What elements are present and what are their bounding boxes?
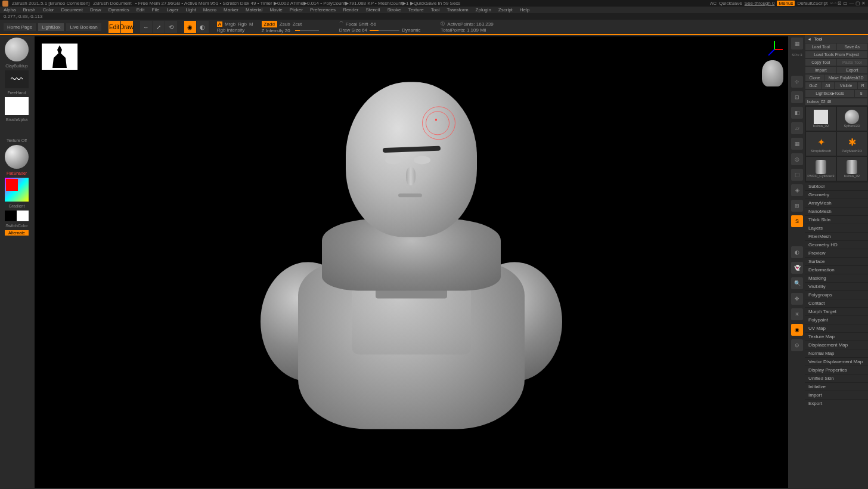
- xpose-icon[interactable]: ◈: [791, 184, 803, 196]
- viewport-canvas[interactable]: [35, 36, 788, 488]
- gradient-label[interactable]: Gradient: [9, 204, 25, 208]
- lightbox-button[interactable]: LightBox: [38, 23, 64, 31]
- makepm-button[interactable]: Make PolyMesh3D: [824, 75, 867, 81]
- menu-picker[interactable]: Picker: [290, 7, 303, 13]
- default-script[interactable]: DefaultZScript: [797, 1, 827, 6]
- draw-button[interactable]: Draw: [121, 21, 133, 33]
- spix-label[interactable]: SPix 3: [792, 53, 802, 57]
- goz-button[interactable]: GoZ: [805, 82, 821, 89]
- palette-export[interactable]: Export: [805, 399, 868, 407]
- tool-polymesh3d[interactable]: ✱PolyMesh3D: [837, 132, 867, 156]
- goz-all-button[interactable]: All: [822, 82, 834, 89]
- draw-size[interactable]: Draw Size 64: [339, 27, 368, 33]
- menu-help[interactable]: Help: [520, 7, 529, 13]
- persp-icon[interactable]: ▱: [791, 122, 803, 134]
- palette-nanomesh[interactable]: NanoMesh: [805, 207, 868, 215]
- menu-edit[interactable]: Edit: [137, 7, 145, 13]
- loadproject-button[interactable]: Load Tools From Project: [805, 51, 867, 58]
- z-intensity[interactable]: Z Intensity 20: [262, 28, 290, 33]
- stroke-thumb[interactable]: 〰: [5, 70, 29, 88]
- tool-header[interactable]: Tool: [805, 35, 868, 43]
- palette-subtool[interactable]: Subtool: [805, 182, 868, 190]
- copytool-button[interactable]: Copy Tool: [805, 59, 836, 66]
- texture-label[interactable]: Texture Off: [7, 138, 27, 143]
- menu-dynamics[interactable]: Dynamics: [108, 7, 129, 13]
- menu-zscript[interactable]: Zscript: [498, 7, 513, 13]
- palette-preview[interactable]: Preview: [805, 249, 868, 257]
- palette-import[interactable]: Import: [805, 391, 868, 399]
- palette-geometry[interactable]: Geometry: [805, 190, 868, 199]
- menu-brush[interactable]: Brush: [23, 7, 35, 13]
- a-toggle[interactable]: A: [217, 21, 222, 27]
- palette-layers[interactable]: Layers: [805, 224, 868, 232]
- rgb-toggle[interactable]: Rgb: [238, 21, 247, 27]
- lasso-icon[interactable]: ⊙: [791, 339, 803, 351]
- clone-button[interactable]: Clone: [805, 75, 824, 81]
- menu-light[interactable]: Light: [185, 7, 196, 13]
- tool-bulma[interactable]: bulma_02: [806, 107, 836, 131]
- lightbox-tools-button[interactable]: Lightbox▶Tools: [805, 90, 854, 97]
- menu-alpha[interactable]: Alpha: [4, 7, 16, 13]
- local-icon[interactable]: ◎: [791, 153, 803, 165]
- palette-uvmap[interactable]: UV Map: [805, 324, 868, 332]
- alternate-button[interactable]: Alternate: [5, 230, 29, 236]
- alpha-thumb[interactable]: [5, 97, 29, 115]
- tool-cylinder[interactable]: PM3D_Cylinder3: [806, 157, 836, 181]
- tool-name-label[interactable]: bulma_02 48: [805, 98, 867, 105]
- color-picker[interactable]: [5, 178, 29, 202]
- swatch-white[interactable]: [17, 211, 29, 221]
- polyframe-icon[interactable]: ⊞: [791, 200, 803, 212]
- menu-zplugin[interactable]: Zplugin: [476, 7, 491, 13]
- menu-draw[interactable]: Draw: [90, 7, 101, 13]
- palette-masking[interactable]: Masking: [805, 274, 868, 282]
- zadd-toggle[interactable]: Zadd: [262, 21, 277, 27]
- import-button[interactable]: Import: [805, 67, 836, 73]
- liveboolean-button[interactable]: Live Boolean: [66, 23, 101, 31]
- palette-displacementmap[interactable]: Displacement Map: [805, 341, 868, 349]
- move-icon[interactable]: ✥: [791, 293, 803, 305]
- goz-visible-button[interactable]: Visible: [835, 82, 858, 89]
- palette-texturemap[interactable]: Texture Map: [805, 332, 868, 341]
- menu-preferences[interactable]: Preferences: [310, 7, 336, 13]
- palette-thickskin[interactable]: Thick Skin: [805, 215, 868, 224]
- palette-normalmap[interactable]: Normal Map: [805, 349, 868, 357]
- palette-surface[interactable]: Surface: [805, 257, 868, 265]
- edit-button[interactable]: Edit: [108, 21, 120, 33]
- menu-material[interactable]: Material: [246, 7, 262, 13]
- palette-arraymesh[interactable]: ArrayMesh: [805, 199, 868, 207]
- sculptris-icon[interactable]: ◉: [184, 21, 196, 33]
- menu-tool[interactable]: Tool: [431, 7, 440, 13]
- window-icons[interactable]: ◦◦ ▫ ⊡ ▭ — ▢ ✕: [830, 1, 866, 6]
- menu-transform[interactable]: Transform: [447, 7, 468, 13]
- menu-macro[interactable]: Macro: [203, 7, 216, 13]
- floor-icon[interactable]: ▦: [791, 138, 803, 150]
- scroll-icon[interactable]: ⊹: [791, 76, 803, 88]
- menu-color[interactable]: Color: [42, 7, 54, 13]
- switch-label[interactable]: SwitchColor: [5, 224, 27, 228]
- menu-stencil[interactable]: Stencil: [365, 7, 380, 13]
- palette-unifiedskin[interactable]: Unified Skin: [805, 374, 868, 382]
- aahalf-icon[interactable]: ◧: [791, 107, 803, 119]
- axis-gizmo[interactable]: [767, 41, 783, 58]
- goz-r-button[interactable]: R: [858, 82, 867, 89]
- zoom-icon[interactable]: 🔍: [791, 277, 803, 289]
- swatch-black[interactable]: [5, 211, 17, 221]
- menus-button[interactable]: Menus: [777, 1, 795, 6]
- material-thumb[interactable]: [5, 145, 29, 169]
- palette-polypaint[interactable]: Polypaint: [805, 315, 868, 324]
- menu-layer[interactable]: Layer: [166, 7, 178, 13]
- actual-icon[interactable]: ⊡: [791, 91, 803, 103]
- lite-icon[interactable]: ☀: [791, 308, 803, 320]
- move-icon[interactable]: ↔: [140, 21, 152, 33]
- palette-contact[interactable]: Contact: [805, 299, 868, 307]
- loadtool-button[interactable]: Load Tool: [805, 44, 836, 50]
- menu-render[interactable]: Render: [343, 7, 358, 13]
- curve-icon[interactable]: ⌒: [339, 21, 343, 27]
- menu-marker[interactable]: Marker: [224, 7, 238, 13]
- palette-deformation[interactable]: Deformation: [805, 265, 868, 274]
- rotate-icon[interactable]: ⟲: [165, 21, 177, 33]
- palette-polygroups[interactable]: Polygroups: [805, 290, 868, 299]
- tool-sphere3d[interactable]: Sphere3D: [837, 107, 867, 131]
- palette-morphtarget[interactable]: Morph Target: [805, 307, 868, 315]
- zsub-toggle[interactable]: Zsub: [280, 21, 290, 27]
